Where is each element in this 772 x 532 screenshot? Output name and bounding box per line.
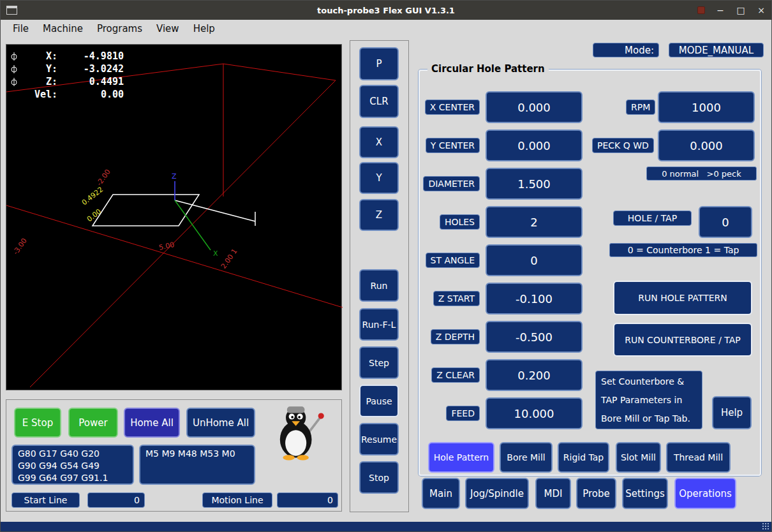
bottom-status-bar	[1, 522, 771, 531]
close-button[interactable]: ×	[756, 5, 766, 15]
z-start-field[interactable]: -0.100	[486, 283, 583, 314]
run-counterbore-tap-button[interactable]: RUN COUNTERBORE / TAP	[613, 323, 752, 357]
resume-button[interactable]: Resume	[359, 423, 399, 455]
diameter-field[interactable]: 1.500	[486, 168, 583, 200]
note-line: Bore Mill or Tap Tab.	[601, 410, 697, 428]
rpm-field[interactable]: 1000	[658, 91, 755, 123]
position-indicator-icon	[10, 77, 22, 86]
dim-label: -2.00	[95, 168, 112, 188]
help-button[interactable]: Help	[712, 396, 752, 429]
unhome-all-button[interactable]: UnHome All	[186, 408, 255, 438]
home-all-button[interactable]: Home All	[124, 408, 180, 438]
holes-label: HOLES	[440, 214, 480, 230]
maximize-button[interactable]: □	[736, 5, 746, 15]
y-center-label: Y CENTER	[426, 138, 480, 153]
resize-grip[interactable]	[762, 522, 770, 530]
gcode-line: G90 G94 G54 G49	[18, 460, 128, 472]
start-angle-field[interactable]: 0	[486, 244, 583, 276]
estop-button[interactable]: E Stop	[14, 408, 61, 438]
gremlin-3d-view[interactable]: Z X -2.00 0.4922 0.00 -3.00 5.00 2.00 1 …	[6, 44, 342, 390]
power-button[interactable]: Power	[68, 408, 118, 438]
dro-row-y: Y: -3.0242	[10, 63, 124, 75]
circular-hole-pattern-group: Circular Hole Pattern X CENTER Y CENTER …	[419, 70, 761, 476]
dro-label: Vel:	[22, 89, 57, 100]
tab-slot-mill[interactable]: Slot Mill	[616, 442, 661, 473]
tab-thread-mill[interactable]: Thread Mill	[666, 442, 731, 473]
app-window: touch-probe3 Flex GUI V1.3.1 − □ × File …	[0, 0, 772, 532]
y-zero-button[interactable]: Y	[359, 162, 399, 194]
dro-readout: X: -4.9810 Y: -3.0242 Z: 0.4491 Vel:	[10, 50, 124, 101]
z-depth-field[interactable]: -0.500	[486, 321, 583, 353]
dim-label: -3.00	[11, 237, 29, 256]
machine-status-panel: E Stop Power Home All UnHome All G80 G17…	[6, 399, 342, 512]
rpm-label: RPM	[626, 100, 655, 115]
dim-label: 2.00 1	[219, 248, 239, 270]
hole-tap-hint: 0 = Counterbore 1 = Tap	[609, 243, 757, 257]
menu-view[interactable]: View	[149, 21, 186, 36]
tab-settings[interactable]: Settings	[622, 478, 668, 509]
feed-field[interactable]: 10.000	[486, 397, 583, 429]
x-center-label: X CENTER	[425, 100, 480, 115]
holes-field[interactable]: 2	[486, 206, 583, 238]
motion-line-label: Motion Line	[202, 492, 272, 508]
menu-machine[interactable]: Machine	[36, 21, 90, 36]
dim-label: 0.4922	[80, 185, 105, 207]
run-from-line-button[interactable]: Run-F-L	[359, 308, 399, 341]
dro-value: -3.0242	[57, 63, 124, 75]
run-button[interactable]: Run	[359, 269, 399, 302]
titlebar-badge-icon	[697, 6, 705, 14]
active-mcodes-display: M5 M9 M48 M53 M0	[139, 445, 255, 485]
z-clear-field[interactable]: 0.200	[486, 359, 583, 391]
z-zero-button[interactable]: Z	[359, 199, 399, 231]
axis-z-label: Z	[172, 172, 177, 181]
dro-label: Z:	[22, 76, 57, 87]
mcode-line: M5 M9 M48 M53 M0	[145, 448, 249, 460]
dro-label: Y:	[22, 63, 57, 75]
menu-file[interactable]: File	[6, 21, 36, 36]
peck-hint: 0 normal >0 peck	[646, 166, 757, 181]
position-indicator-icon	[10, 64, 22, 73]
run-hole-pattern-button[interactable]: RUN HOLE PATTERN	[613, 281, 752, 315]
menu-help[interactable]: Help	[186, 21, 222, 36]
mode-value: MODE_MANUAL	[669, 43, 764, 57]
tux-penguin-image	[267, 402, 327, 461]
y-center-field[interactable]: 0.000	[486, 129, 583, 161]
start-angle-label: ST ANGLE	[426, 253, 480, 268]
counterbore-note: Set Counterbore & TAP Parameters in Bore…	[595, 371, 702, 429]
position-indicator-icon	[10, 52, 22, 61]
tab-mdi[interactable]: MDI	[535, 478, 571, 509]
x-center-field[interactable]: 0.000	[486, 91, 583, 123]
start-line-field[interactable]: 0	[87, 492, 145, 508]
hole-tap-field[interactable]: 0	[699, 206, 752, 238]
pause-button[interactable]: Pause	[359, 385, 399, 417]
tab-operations[interactable]: Operations	[674, 478, 736, 509]
menubar: File Machine Programs View Help	[1, 20, 771, 38]
z-depth-label: Z DEPTH	[431, 329, 480, 344]
note-line: TAP Parameters in	[601, 391, 697, 410]
tab-main[interactable]: Main	[422, 478, 460, 509]
tab-bore-mill[interactable]: Bore Mill	[500, 442, 553, 473]
note-line: Set Counterbore &	[601, 373, 697, 391]
menu-programs[interactable]: Programs	[90, 21, 149, 36]
axis-x-label: X	[213, 249, 218, 258]
tab-jog-spindle[interactable]: Jog/Spindle	[465, 478, 529, 509]
peck-field[interactable]: 0.000	[658, 129, 755, 161]
tab-hole-pattern[interactable]: Hole Pattern	[428, 442, 494, 473]
tab-rigid-tap[interactable]: Rigid Tap	[558, 442, 609, 473]
motion-line-field: 0	[277, 492, 338, 508]
stop-button[interactable]: Stop	[359, 461, 399, 494]
minimize-button[interactable]: −	[715, 5, 725, 15]
hole-tap-label: HOLE / TAP	[613, 211, 692, 226]
dro-value: 0.4491	[57, 76, 124, 87]
mode-label: Mode:	[593, 43, 659, 57]
active-gcodes-display: G80 G17 G40 G20 G90 G94 G54 G49 G99 G64 …	[11, 445, 134, 485]
step-button[interactable]: Step	[359, 346, 399, 379]
tab-probe[interactable]: Probe	[576, 478, 616, 509]
group-title: Circular Hole Pattern	[427, 63, 549, 75]
dim-label: 0.00	[85, 207, 103, 223]
z-clear-label: Z CLEAR	[431, 367, 480, 383]
side-button-strip: P CLR X Y Z Run Run-F-L Step Pause Resum…	[350, 40, 409, 512]
p-button[interactable]: P	[359, 47, 399, 80]
clr-button[interactable]: CLR	[359, 85, 399, 118]
x-zero-button[interactable]: X	[359, 126, 399, 158]
